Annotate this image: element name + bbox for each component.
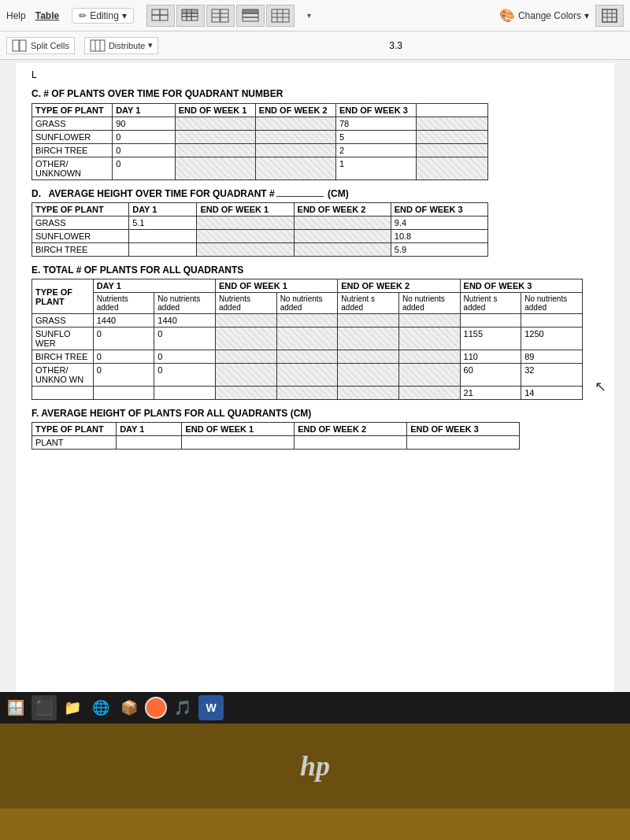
table-row: BIRCH TREE 0 2 — [32, 144, 488, 157]
menu-table[interactable]: Table — [35, 10, 59, 21]
taskbar-icon-word[interactable]: W — [198, 695, 224, 720]
cell — [276, 387, 338, 400]
cell: END OF WEEK 2 — [255, 104, 335, 117]
cell: Nutrient s added — [338, 293, 399, 314]
cell: END OF WEEK 2 — [295, 423, 407, 436]
table-icon-2[interactable] — [176, 5, 205, 27]
cell — [295, 436, 407, 450]
taskbar-icon-spotify[interactable]: 🎵 — [170, 695, 195, 720]
editing-button[interactable]: ✏ Editing ▾ — [72, 8, 134, 24]
table-svg-1 — [151, 9, 170, 23]
cell: END OF WEEK 1 — [175, 104, 255, 117]
svg-rect-32 — [13, 40, 19, 51]
cell — [276, 364, 338, 387]
cell: 1250 — [521, 327, 583, 350]
cell — [182, 436, 295, 450]
table-f: TYPE OF PLANT DAY 1 END OF WEEK 1 END OF… — [32, 422, 520, 450]
cell: TYPE OF PLANT — [32, 279, 94, 314]
table-icon-5[interactable] — [266, 5, 295, 27]
toolbar-left: Help Table ✏ Editing ▾ — [6, 5, 493, 27]
cell — [407, 436, 520, 450]
cell — [117, 436, 182, 450]
cell: END OF WEEK 2 — [338, 279, 460, 293]
cell: 90 — [113, 117, 175, 131]
table-row: OTHER/ UNKNO WN 0 0 60 32 — [32, 364, 583, 387]
taskbar-icon-windows[interactable]: 🪟 — [3, 695, 28, 720]
table-icon-4[interactable] — [236, 5, 265, 27]
taskbar-icon-circle[interactable] — [145, 697, 167, 719]
cell: GRASS — [32, 117, 113, 131]
toolbar-row2: Split Cells Distribute ▾ 3.3 — [0, 31, 630, 60]
table-icons-dropdown[interactable]: ▾ — [307, 11, 311, 20]
table-svg-5 — [271, 9, 290, 23]
change-colors-btn[interactable]: 🎨 Change Colors ▾ — [499, 8, 589, 23]
distribute-button[interactable]: Distribute ▾ — [84, 37, 158, 54]
cell — [215, 327, 276, 350]
cell: OTHER/ UNKNOWN — [32, 157, 113, 180]
cell: Nutrients added — [215, 293, 276, 314]
section-e-header: E. TOTAL # OF PLANTS FOR ALL QUADRANTS — [32, 265, 598, 276]
cell: 5.9 — [391, 243, 487, 257]
svg-rect-5 — [187, 9, 191, 13]
cell — [175, 144, 255, 157]
cell: PLANT — [32, 436, 117, 450]
cell — [215, 364, 276, 387]
cell: SUNFLOWER — [32, 131, 113, 144]
menu-help[interactable]: Help — [6, 10, 26, 21]
table-row: TYPE OF PLANT DAY 1 END OF WEEK 1 END OF… — [32, 203, 488, 216]
cell: 1440 — [93, 314, 154, 327]
section-f-header: F. AVERAGE HEIGHT OF PLANTS FOR ALL QUAD… — [32, 408, 598, 419]
split-cells-button[interactable]: Split Cells — [6, 37, 75, 54]
cell — [521, 314, 583, 327]
table-d: TYPE OF PLANT DAY 1 END OF WEEK 1 END OF… — [32, 202, 488, 257]
cell — [32, 387, 94, 400]
cell: DAY 1 — [117, 423, 182, 436]
taskbar-icon-edge[interactable]: 🌐 — [88, 695, 113, 720]
cell: END OF WEEK 3 — [460, 279, 582, 293]
cell: 60 — [460, 364, 521, 387]
table-layout-icon[interactable] — [595, 5, 624, 27]
table-row: GRASS 90 78 — [32, 117, 488, 131]
table-icon-1[interactable] — [146, 5, 175, 27]
monitor-stand — [0, 809, 630, 840]
cell: No nutrients added — [398, 293, 460, 314]
cell — [338, 364, 399, 387]
cell: END OF WEEK 1 — [197, 203, 294, 216]
cell: 1 — [335, 157, 416, 180]
cell — [294, 216, 391, 230]
table-row: SUNFLO WER 0 0 1155 1250 — [32, 327, 583, 350]
taskbar-icon-search[interactable]: ⬛ — [32, 695, 57, 720]
cell — [215, 387, 276, 400]
chevron-down-icon: ▾ — [122, 10, 127, 21]
cell — [294, 243, 391, 257]
cell — [255, 144, 335, 157]
cell: 110 — [460, 350, 521, 364]
cell — [255, 131, 335, 144]
cell — [417, 131, 488, 144]
hp-logo: hp — [300, 749, 330, 783]
cell — [398, 364, 460, 387]
svg-rect-6 — [191, 9, 198, 13]
cell — [276, 327, 338, 350]
cell — [460, 314, 521, 327]
cell: 0 — [93, 350, 154, 364]
table-row: GRASS 1440 1440 — [32, 314, 583, 327]
taskbar-icon-file-explorer[interactable]: 📁 — [60, 695, 85, 720]
cell: 5.1 — [129, 216, 197, 230]
cell: 0 — [113, 144, 175, 157]
taskbar-icon-dropbox[interactable]: 📦 — [117, 695, 142, 720]
cell — [197, 243, 294, 257]
cell: 0 — [113, 157, 175, 180]
svg-rect-7 — [182, 13, 187, 17]
table-icon-3[interactable] — [206, 5, 235, 27]
cell: DAY 1 — [129, 203, 197, 216]
cell: END OF WEEK 1 — [215, 279, 337, 293]
table-svg-2 — [181, 9, 200, 23]
cell: 10.8 — [391, 230, 487, 243]
cell — [255, 117, 335, 131]
svg-rect-0 — [152, 9, 160, 15]
table-row: TYPE OF PLANT DAY 1 END OF WEEK 1 END OF… — [32, 104, 488, 117]
cell: 21 — [460, 387, 521, 400]
cell — [197, 216, 294, 230]
cell: BIRCH TREE — [32, 144, 113, 157]
